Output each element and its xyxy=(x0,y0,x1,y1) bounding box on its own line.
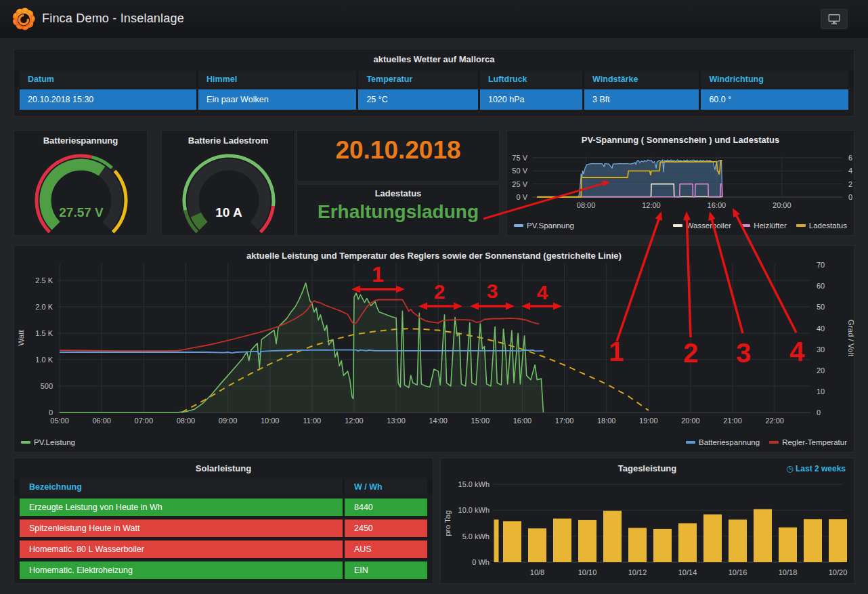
battery-current-gauge-title[interactable]: Batterie Ladestrom xyxy=(162,131,295,148)
bar-10/10[interactable] xyxy=(578,520,596,562)
weather-panel: aktuelles Wetter auf Mallorca Datum Himm… xyxy=(14,49,854,116)
svg-text:05:00: 05:00 xyxy=(50,417,69,425)
svg-text:2: 2 xyxy=(848,180,852,188)
battery-current-gauge: 10 A xyxy=(162,148,296,235)
battery-current-gauge-panel: Batterie Ladestrom 10 A xyxy=(161,130,295,236)
svg-text:50 V: 50 V xyxy=(512,167,527,175)
legend-color-chip xyxy=(514,224,523,227)
solar-col-wwh[interactable]: W / Wh xyxy=(345,479,427,495)
svg-text:13:00: 13:00 xyxy=(387,417,406,425)
daily-output-panel: Tagesleistung ◷ Last 2 weeks 15.0 kWh10.… xyxy=(440,458,854,584)
svg-text:10/16: 10/16 xyxy=(729,568,747,576)
solar-row-elektroheizung: Homematic. Elektroheizung EIN xyxy=(14,561,433,579)
svg-text:20: 20 xyxy=(817,366,825,375)
bar-10/20[interactable] xyxy=(829,519,847,562)
daily-bar-chart: 15.0 kWh10.0 kWh5.0 kWh0 Whpro Tag10/810… xyxy=(441,476,855,583)
battery-voltage-gauge-panel: Batteriespannung 27.57 V xyxy=(14,130,148,236)
main-chart-panel: aktuelle Leistung und Temperatur des Reg… xyxy=(14,245,854,452)
weather-col-himmel[interactable]: Himmel xyxy=(198,71,356,87)
svg-text:75 V: 75 V xyxy=(512,154,527,162)
main-chart-title[interactable]: aktuelle Leistung und Temperatur des Reg… xyxy=(14,246,854,261)
svg-text:06:00: 06:00 xyxy=(92,417,111,425)
solar-col-bezeichnung[interactable]: Bezeichnung xyxy=(20,479,343,495)
svg-text:0 Wh: 0 Wh xyxy=(472,558,490,566)
bar-10/17[interactable] xyxy=(754,509,772,562)
legend-item-Heizlüfter[interactable]: Heizlüfter xyxy=(741,221,787,230)
battery-voltage-gauge-title[interactable]: Batteriespannung xyxy=(14,131,147,148)
legend-item-Batteriespannung[interactable]: Batteriespannung xyxy=(686,438,760,446)
gauge-value: 10 A xyxy=(215,205,242,219)
legend-item-Ladestatus[interactable]: Ladestatus xyxy=(796,221,847,230)
pv-voltage-chart-panel: PV-Spannung ( Sonnenschein ) und Ladesta… xyxy=(506,130,854,236)
bar-10/7[interactable] xyxy=(503,521,521,562)
svg-text:10/18: 10/18 xyxy=(779,568,798,576)
svg-text:15:00: 15:00 xyxy=(471,417,490,425)
svg-text:10/12: 10/12 xyxy=(628,568,647,576)
solar-row-wasserboiler: Homematic. 80 L Wasserboiler AUS xyxy=(14,540,433,558)
bar-10/14[interactable] xyxy=(678,524,697,563)
solar-row-value: EIN xyxy=(345,561,427,579)
svg-text:10/10: 10/10 xyxy=(578,568,597,576)
weather-value-luftdruck: 1020 hPa xyxy=(480,89,582,110)
solar-row-spitzenleistung: Spitzenleistung Heute in Watt 2450 xyxy=(14,519,433,537)
charge-status-title[interactable]: Ladestatus xyxy=(297,185,499,200)
solar-row-value: 8440 xyxy=(345,498,427,516)
current-date-value: 20.10.2018 xyxy=(297,136,499,165)
legend-color-chip xyxy=(796,224,806,227)
bar-10/9[interactable] xyxy=(553,519,571,562)
svg-text:08:00: 08:00 xyxy=(177,417,196,425)
solar-row-erzeugte-leistung: Erzeugte Leistung von Heute in Wh 8440 xyxy=(14,498,433,516)
svg-text:5.0 kWh: 5.0 kWh xyxy=(462,532,490,540)
svg-text:Grad / Volt: Grad / Volt xyxy=(847,320,855,357)
solar-row-label: Homematic. 80 L Wasserboiler xyxy=(20,540,343,558)
bar-10/8[interactable] xyxy=(528,528,546,562)
bar-10/19[interactable] xyxy=(804,519,822,562)
bar-10/11[interactable] xyxy=(603,511,622,562)
solar-table-title[interactable]: Solarleistung xyxy=(14,459,433,476)
charge-status-value: Erhaltungsladung xyxy=(297,201,499,223)
svg-text:2.0 K: 2.0 K xyxy=(35,303,53,311)
solar-row-label: Erzeugte Leistung von Heute in Wh xyxy=(20,498,343,516)
bar-10/12[interactable] xyxy=(628,528,647,562)
weather-col-temperatur[interactable]: Temperatur xyxy=(358,71,478,87)
weather-col-luftdruck[interactable]: Luftdruck xyxy=(480,71,582,87)
svg-text:60: 60 xyxy=(817,282,825,290)
pv-chart-title[interactable]: PV-Spannung ( Sonnenschein ) und Ladesta… xyxy=(507,131,854,146)
tv-mode-button[interactable] xyxy=(821,9,848,29)
legend-item-PV.Leistung[interactable]: PV.Leistung xyxy=(21,438,75,446)
svg-text:11:00: 11:00 xyxy=(303,417,321,425)
bar-10/18[interactable] xyxy=(779,528,797,562)
svg-text:40: 40 xyxy=(817,324,825,333)
solar-row-value: 2450 xyxy=(345,519,427,537)
bar-10/13[interactable] xyxy=(653,529,672,562)
time-range-picker[interactable]: ◷ Last 2 weeks xyxy=(786,464,846,473)
bar-10/16[interactable] xyxy=(729,519,747,562)
svg-text:10.0 kWh: 10.0 kWh xyxy=(458,506,490,514)
date-panel: 20.10.2018 xyxy=(297,130,500,182)
dashboard-title[interactable]: Finca Demo - Inselanlage xyxy=(42,12,184,26)
legend-item-Regler-Temperatur[interactable]: Regler-Temperatur xyxy=(769,438,847,446)
clock-icon: ◷ xyxy=(786,464,796,473)
weather-col-windstaerke[interactable]: Windstärke xyxy=(584,71,699,87)
weather-value-windrichtung: 60.0 ° xyxy=(701,89,848,110)
svg-text:19:00: 19:00 xyxy=(639,417,658,425)
weather-value-windstaerke: 3 Bft xyxy=(584,89,699,110)
solar-table-header: Bezeichnung W / Wh xyxy=(14,479,433,495)
bar-10/15[interactable] xyxy=(703,514,722,562)
svg-text:500: 500 xyxy=(41,382,53,390)
monitor-icon xyxy=(827,14,841,24)
weather-col-datum[interactable]: Datum xyxy=(20,71,196,87)
svg-text:17:00: 17:00 xyxy=(555,417,574,425)
svg-text:22:00: 22:00 xyxy=(765,417,784,425)
grafana-logo-icon[interactable] xyxy=(12,7,35,30)
pv-voltage-chart: 75 V50 V25 V0 V642008:0012:0016:0020:00 xyxy=(507,146,855,217)
weather-panel-title[interactable]: aktuelles Wetter auf Mallorca xyxy=(14,49,854,67)
svg-text:09:00: 09:00 xyxy=(219,417,238,425)
svg-text:25 V: 25 V xyxy=(512,180,527,188)
weather-table-row: 20.10.2018 15:30 Ein paar Wolken 25 °C 1… xyxy=(14,89,854,110)
svg-text:Watt: Watt xyxy=(17,330,25,346)
weather-col-windrichtung[interactable]: Windrichtung xyxy=(701,71,848,87)
legend-item-PV.Spannung[interactable]: PV.Spannung xyxy=(514,221,574,230)
legend-item-Wasserboiler[interactable]: Wasserboiler xyxy=(673,221,731,230)
svg-text:20:00: 20:00 xyxy=(773,201,791,209)
